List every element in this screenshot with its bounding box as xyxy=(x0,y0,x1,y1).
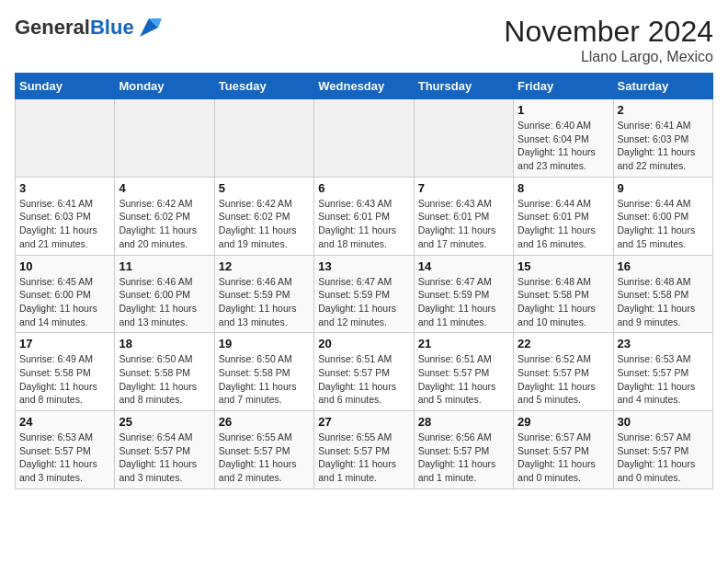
calendar-cell: 30Sunrise: 6:57 AM Sunset: 5:57 PM Dayli… xyxy=(613,411,712,489)
day-number: 10 xyxy=(19,259,110,273)
calendar-week-row: 17Sunrise: 6:49 AM Sunset: 5:58 PM Dayli… xyxy=(16,333,713,411)
calendar-cell: 25Sunrise: 6:54 AM Sunset: 5:57 PM Dayli… xyxy=(115,411,214,489)
day-number: 19 xyxy=(219,337,310,350)
calendar-cell: 27Sunrise: 6:55 AM Sunset: 5:57 PM Dayli… xyxy=(314,411,414,489)
logo-icon xyxy=(136,15,162,40)
day-number: 2 xyxy=(618,103,709,117)
weekday-header: Tuesday xyxy=(214,74,313,99)
day-info: Sunrise: 6:55 AM Sunset: 5:57 PM Dayligh… xyxy=(318,431,409,485)
day-number: 15 xyxy=(518,259,609,273)
day-number: 21 xyxy=(418,337,509,350)
calendar-cell: 22Sunrise: 6:52 AM Sunset: 5:57 PM Dayli… xyxy=(514,333,613,411)
day-number: 5 xyxy=(219,181,310,195)
day-info: Sunrise: 6:42 AM Sunset: 6:02 PM Dayligh… xyxy=(219,197,310,251)
calendar-cell xyxy=(115,99,214,178)
page-header: GeneralBlue November 2024 Llano Largo, M… xyxy=(15,15,713,65)
day-info: Sunrise: 6:47 AM Sunset: 5:59 PM Dayligh… xyxy=(318,275,409,329)
calendar-cell xyxy=(414,99,513,178)
calendar-cell: 29Sunrise: 6:57 AM Sunset: 5:57 PM Dayli… xyxy=(514,411,613,489)
day-number: 14 xyxy=(418,259,509,273)
day-info: Sunrise: 6:41 AM Sunset: 6:03 PM Dayligh… xyxy=(618,119,709,173)
calendar-cell: 26Sunrise: 6:55 AM Sunset: 5:57 PM Dayli… xyxy=(214,411,313,489)
calendar-cell: 28Sunrise: 6:56 AM Sunset: 5:57 PM Dayli… xyxy=(414,411,513,489)
calendar-cell: 10Sunrise: 6:45 AM Sunset: 6:00 PM Dayli… xyxy=(16,255,115,333)
weekday-header: Wednesday xyxy=(314,74,414,99)
day-number: 26 xyxy=(219,415,310,429)
calendar-table: SundayMondayTuesdayWednesdayThursdayFrid… xyxy=(15,73,713,489)
day-info: Sunrise: 6:54 AM Sunset: 5:57 PM Dayligh… xyxy=(119,431,210,485)
day-info: Sunrise: 6:50 AM Sunset: 5:58 PM Dayligh… xyxy=(219,352,310,407)
day-number: 22 xyxy=(518,337,609,350)
day-info: Sunrise: 6:57 AM Sunset: 5:57 PM Dayligh… xyxy=(518,431,609,485)
day-info: Sunrise: 6:47 AM Sunset: 5:59 PM Dayligh… xyxy=(418,275,509,329)
weekday-header: Friday xyxy=(514,74,613,99)
calendar-week-row: 24Sunrise: 6:53 AM Sunset: 5:57 PM Dayli… xyxy=(16,411,713,489)
day-info: Sunrise: 6:43 AM Sunset: 6:01 PM Dayligh… xyxy=(318,197,409,251)
calendar-cell: 15Sunrise: 6:48 AM Sunset: 5:58 PM Dayli… xyxy=(514,255,613,333)
day-number: 7 xyxy=(418,181,509,195)
day-info: Sunrise: 6:55 AM Sunset: 5:57 PM Dayligh… xyxy=(219,431,310,485)
day-info: Sunrise: 6:41 AM Sunset: 6:03 PM Dayligh… xyxy=(19,197,110,251)
day-number: 25 xyxy=(119,415,210,429)
day-info: Sunrise: 6:48 AM Sunset: 5:58 PM Dayligh… xyxy=(618,275,709,329)
logo: GeneralBlue xyxy=(15,15,162,40)
weekday-header-row: SundayMondayTuesdayWednesdayThursdayFrid… xyxy=(16,74,713,99)
calendar-cell xyxy=(314,99,414,178)
day-number: 18 xyxy=(119,337,210,350)
calendar-cell: 1Sunrise: 6:40 AM Sunset: 6:04 PM Daylig… xyxy=(514,99,613,178)
calendar-cell: 20Sunrise: 6:51 AM Sunset: 5:57 PM Dayli… xyxy=(314,333,414,411)
logo-blue-text: Blue xyxy=(90,16,134,39)
calendar-cell: 24Sunrise: 6:53 AM Sunset: 5:57 PM Dayli… xyxy=(16,411,115,489)
day-number: 28 xyxy=(418,415,509,429)
day-number: 4 xyxy=(119,181,210,195)
day-number: 11 xyxy=(119,259,210,273)
calendar-cell: 11Sunrise: 6:46 AM Sunset: 6:00 PM Dayli… xyxy=(115,255,214,333)
calendar-cell: 16Sunrise: 6:48 AM Sunset: 5:58 PM Dayli… xyxy=(613,255,712,333)
calendar-cell: 18Sunrise: 6:50 AM Sunset: 5:58 PM Dayli… xyxy=(115,333,214,411)
calendar-cell: 12Sunrise: 6:46 AM Sunset: 5:59 PM Dayli… xyxy=(214,255,313,333)
calendar-cell: 6Sunrise: 6:43 AM Sunset: 6:01 PM Daylig… xyxy=(314,177,414,255)
calendar-cell: 13Sunrise: 6:47 AM Sunset: 5:59 PM Dayli… xyxy=(314,255,414,333)
day-number: 29 xyxy=(518,415,609,429)
day-info: Sunrise: 6:53 AM Sunset: 5:57 PM Dayligh… xyxy=(19,431,110,485)
day-number: 17 xyxy=(19,337,110,350)
day-number: 13 xyxy=(318,259,409,273)
weekday-header: Saturday xyxy=(613,74,712,99)
calendar-cell: 19Sunrise: 6:50 AM Sunset: 5:58 PM Dayli… xyxy=(214,333,313,411)
calendar-cell: 23Sunrise: 6:53 AM Sunset: 5:57 PM Dayli… xyxy=(613,333,712,411)
day-number: 24 xyxy=(19,415,110,429)
day-info: Sunrise: 6:56 AM Sunset: 5:57 PM Dayligh… xyxy=(418,431,509,485)
weekday-header: Monday xyxy=(115,74,214,99)
day-number: 30 xyxy=(618,415,709,429)
calendar-cell: 17Sunrise: 6:49 AM Sunset: 5:58 PM Dayli… xyxy=(16,333,115,411)
day-info: Sunrise: 6:51 AM Sunset: 5:57 PM Dayligh… xyxy=(318,352,409,407)
day-number: 9 xyxy=(618,181,709,195)
day-info: Sunrise: 6:44 AM Sunset: 6:01 PM Dayligh… xyxy=(518,197,609,251)
calendar-cell: 2Sunrise: 6:41 AM Sunset: 6:03 PM Daylig… xyxy=(613,99,712,178)
calendar-cell: 3Sunrise: 6:41 AM Sunset: 6:03 PM Daylig… xyxy=(16,177,115,255)
day-info: Sunrise: 6:46 AM Sunset: 5:59 PM Dayligh… xyxy=(219,275,310,329)
day-number: 12 xyxy=(219,259,310,273)
calendar-cell xyxy=(214,99,313,178)
logo-general-text: General xyxy=(15,16,90,39)
calendar-cell: 14Sunrise: 6:47 AM Sunset: 5:59 PM Dayli… xyxy=(414,255,513,333)
day-number: 23 xyxy=(618,337,709,350)
day-info: Sunrise: 6:45 AM Sunset: 6:00 PM Dayligh… xyxy=(19,275,110,329)
calendar-cell: 4Sunrise: 6:42 AM Sunset: 6:02 PM Daylig… xyxy=(115,177,214,255)
calendar-cell: 21Sunrise: 6:51 AM Sunset: 5:57 PM Dayli… xyxy=(414,333,513,411)
calendar-week-row: 1Sunrise: 6:40 AM Sunset: 6:04 PM Daylig… xyxy=(16,99,713,178)
day-info: Sunrise: 6:52 AM Sunset: 5:57 PM Dayligh… xyxy=(518,352,609,407)
day-number: 3 xyxy=(19,181,110,195)
month-title: November 2024 xyxy=(504,15,713,49)
day-info: Sunrise: 6:50 AM Sunset: 5:58 PM Dayligh… xyxy=(119,352,210,407)
day-info: Sunrise: 6:48 AM Sunset: 5:58 PM Dayligh… xyxy=(518,275,609,329)
day-info: Sunrise: 6:51 AM Sunset: 5:57 PM Dayligh… xyxy=(418,352,509,407)
location-title: Llano Largo, Mexico xyxy=(504,49,713,65)
day-info: Sunrise: 6:53 AM Sunset: 5:57 PM Dayligh… xyxy=(618,352,709,407)
day-info: Sunrise: 6:44 AM Sunset: 6:00 PM Dayligh… xyxy=(618,197,709,251)
calendar-week-row: 3Sunrise: 6:41 AM Sunset: 6:03 PM Daylig… xyxy=(16,177,713,255)
day-info: Sunrise: 6:42 AM Sunset: 6:02 PM Dayligh… xyxy=(119,197,210,251)
day-number: 1 xyxy=(518,103,609,117)
day-info: Sunrise: 6:46 AM Sunset: 6:00 PM Dayligh… xyxy=(119,275,210,329)
calendar-cell: 9Sunrise: 6:44 AM Sunset: 6:00 PM Daylig… xyxy=(613,177,712,255)
